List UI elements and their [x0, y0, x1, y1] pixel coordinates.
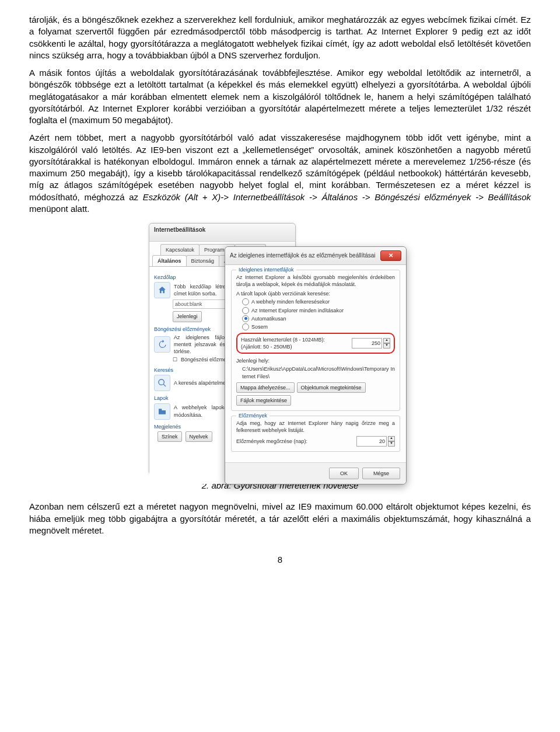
check-newer-label: A tárolt lapok újabb verzióinak keresése… — [236, 290, 395, 297]
tab-security[interactable]: Biztonság — [186, 255, 220, 266]
radio-never[interactable]: Sosem — [242, 323, 395, 330]
view-files-button[interactable]: Fájlok megtekintése — [236, 395, 291, 406]
history-days-spinner[interactable]: ▲▼ — [388, 436, 395, 447]
disk-space-input[interactable]: 250 — [352, 338, 382, 348]
figure-screenshot: Internetbeállítások Kapcsolatok Programo… — [29, 223, 531, 474]
disk-space-spinner[interactable]: ▲▼ — [383, 338, 390, 348]
paragraph-3-c: menüpont alatt. — [29, 204, 89, 214]
cancel-button[interactable]: Mégse — [362, 468, 400, 479]
temp-files-settings-dialog: Az ideiglenes internetfájlok és az előzm… — [225, 246, 407, 484]
paragraph-4: Azonban nem célszerű ezt a méretet nagyo… — [29, 501, 531, 536]
paragraph-3-menu-path: Eszközök (Alt + X)-> Internetbeállítások… — [143, 192, 531, 202]
move-folder-button[interactable]: Mappa áthelyezése... — [236, 382, 295, 393]
radio-every-visit[interactable]: A webhely minden felkeresésekor — [242, 298, 395, 305]
home-icon — [154, 282, 170, 298]
group-history: Előzmények — [236, 412, 270, 419]
radio-auto[interactable]: Automatikusan — [242, 315, 395, 322]
close-icon[interactable]: ✕ — [380, 250, 401, 261]
temp-files-desc: Az Internet Explorer a későbbi gyorsabb … — [236, 274, 395, 288]
paragraph-2: A másik fontos újítás a weboldalak gyors… — [29, 67, 531, 126]
history-days-label: Előzmények megőrzése (nap): — [236, 438, 307, 445]
search-icon — [154, 375, 170, 391]
ok-button[interactable]: OK — [329, 468, 359, 479]
colors-button[interactable]: Színek — [158, 431, 182, 442]
temp-files-title: Az ideiglenes internetfájlok és az előzm… — [230, 252, 376, 260]
page-number: 8 — [29, 554, 531, 566]
group-temp-files: Ideiglenes internetfájlok — [236, 266, 296, 273]
current-location-path: C:\Users\Erikusz\AppData\Local\Microsoft… — [242, 365, 395, 379]
tab-connections[interactable]: Kapcsolatok — [160, 244, 200, 255]
tab-general[interactable]: Általános — [152, 255, 187, 266]
radio-every-start[interactable]: Az Internet Explorer minden indításakor — [242, 307, 395, 314]
tabs-icon — [154, 403, 170, 420]
current-button[interactable]: Jelenlegi — [173, 311, 202, 322]
current-location-label: Jelenlegi hely: — [236, 357, 395, 364]
internet-options-title: Internetbeállítások — [149, 224, 295, 242]
history-icon — [154, 336, 170, 353]
history-days-input[interactable]: 20 — [356, 436, 387, 447]
view-objects-button[interactable]: Objektumok megtekintése — [297, 382, 366, 393]
history-desc: Adja meg, hogy az Internet Explorer hány… — [236, 420, 395, 434]
disk-space-highlight: Használt lemezterület (8 - 1024MB): (Ajá… — [236, 333, 395, 354]
disk-space-label: Használt lemezterület (8 - 1024MB): — [241, 336, 325, 343]
disk-space-reco: (Ajánlott: 50 - 250MB) — [241, 343, 325, 350]
paragraph-3: Azért nem többet, mert a nagyobb gyorsít… — [29, 132, 531, 215]
languages-button[interactable]: Nyelvek — [186, 431, 212, 442]
paragraph-1: tárolják, és a böngészőknek ezekhez a sz… — [29, 14, 531, 61]
